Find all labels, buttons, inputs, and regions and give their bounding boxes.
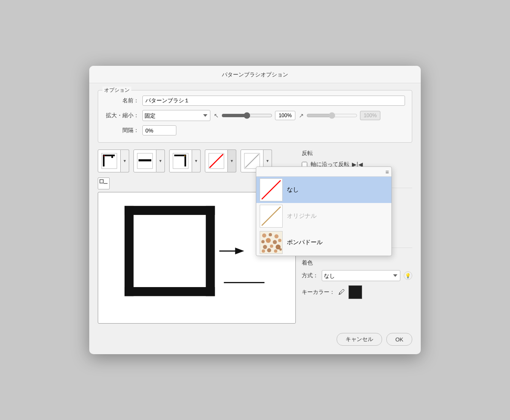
svg-rect-11 [184,155,185,156]
svg-point-20 [269,233,272,237]
slider2-value[interactable] [360,111,380,120]
tile4-icon [208,152,225,169]
scale-row: 拡大・縮小： 固定 ランダム 圧力 ↖ ↗ [105,110,405,121]
tile3-icon [172,152,189,169]
spacing-row: 間隔： [105,125,405,135]
dialog-footer: キャンセル OK [89,328,421,346]
svg-point-21 [275,234,279,239]
svg-point-30 [267,248,271,252]
info-icon[interactable]: 💡 [404,271,412,280]
svg-point-25 [278,239,281,242]
svg-rect-4 [104,155,105,156]
method-select[interactable]: なし 濃淡 色相シフト 色調 [322,270,400,281]
key-color-row: キーカラー： 🖊 [302,285,412,299]
popup-item-nashi[interactable]: なし [256,177,391,203]
pattern-brush-options-dialog: パターンブラシオプション オプション 名前： 拡大・縮小： 固定 ランダム 圧力 [89,66,421,354]
svg-point-26 [263,245,267,249]
preview-area: ▼ ▼ [98,149,296,324]
method-label: 方式： [302,272,318,279]
ok-button[interactable]: OK [386,333,412,346]
tile4-dropdown[interactable]: ▼ [228,149,236,172]
scale-slider2[interactable] [306,112,357,119]
dialog-title: パターンブラシオプション [89,66,421,83]
svg-rect-9 [184,155,186,166]
tile1-pair: ▼ [98,149,129,172]
tile4-pair: ▼ ≡ [205,149,236,172]
popup-item-pompadour[interactable]: ポンパドール [256,229,391,256]
popup-item-nashi-label: なし [287,186,299,194]
svg-rect-6 [139,159,151,161]
spacing-label: 間隔： [105,127,139,134]
slider1-value[interactable] [275,111,295,120]
svg-rect-41 [125,287,215,296]
name-input[interactable] [142,96,405,106]
tile1-button[interactable] [98,149,121,172]
popup-item-pompadour-label: ポンパドール [287,239,323,246]
popup-item-original-icon [260,205,282,228]
scale-select[interactable]: 固定 ランダム 圧力 [142,110,210,121]
svg-point-31 [274,249,278,253]
popup-item-nashi-thumb [260,178,283,201]
eyedropper-icon[interactable]: 🖊 [338,288,345,296]
popup-header: ≡ [256,167,391,177]
scale-slider1[interactable] [221,112,272,119]
tile4-dropdown-popup: ≡ なし [256,166,392,256]
svg-point-29 [262,249,265,253]
options-group-label: オプション [102,87,131,94]
coloring-method-row: 方式： なし 濃淡 色相シフト 色調 💡 [302,270,412,281]
tile2-icon [136,152,153,169]
popup-item-pompadour-thumb [260,231,283,254]
key-color-swatch[interactable] [348,285,362,299]
tile3-button[interactable] [169,149,192,172]
flip-title: 反転 [302,149,412,157]
tile1-dropdown[interactable]: ▼ [121,149,129,172]
coloring-section: 着色 方式： なし 濃淡 色相シフト 色調 💡 キーカラー： 🖊 [302,259,412,299]
svg-rect-3 [111,155,113,158]
svg-point-24 [273,240,277,244]
popup-item-pompadour-icon [260,231,282,254]
svg-rect-40 [125,206,133,296]
coloring-title: 着色 [302,259,412,267]
slider1-min-icon: ↖ [214,112,219,119]
small-tile-icon-1[interactable] [98,178,110,189]
slider2-min-icon: ↗ [299,112,304,119]
svg-rect-10 [174,155,178,156]
popup-item-original-label: オリジナル [287,212,317,220]
slider2-area: ↗ [299,111,380,120]
name-row: 名前： [105,96,405,106]
svg-rect-1 [103,155,105,166]
tile2-button[interactable] [133,149,156,172]
svg-point-32 [279,248,282,251]
tiles-section: ▼ ▼ [98,149,296,172]
slider1-area: ↖ [214,111,295,120]
popup-list-icon[interactable]: ≡ [385,169,389,175]
svg-point-27 [270,245,273,248]
tile3-dropdown[interactable]: ▼ [192,149,201,172]
svg-point-23 [266,238,271,243]
popup-item-original[interactable]: オリジナル [256,203,391,229]
spacing-input[interactable] [142,125,176,135]
cancel-button[interactable]: キャンセル [337,333,382,346]
tile1-icon [101,152,118,169]
tile2-dropdown[interactable]: ▼ [156,149,165,172]
popup-item-nashi-icon [260,178,282,201]
svg-rect-35 [100,180,103,183]
svg-point-22 [261,240,265,243]
tile3-pair: ▼ [169,149,201,172]
name-label: 名前： [105,97,139,104]
key-color-label: キーカラー： [302,288,335,296]
tile2-pair: ▼ [133,149,165,172]
svg-rect-42 [125,206,215,215]
bottom-section: ▼ ▼ [98,149,412,324]
tile4-button[interactable] [205,149,228,172]
options-group: オプション 名前： 拡大・縮小： 固定 ランダム 圧力 ↖ [98,90,412,143]
popup-item-original-thumb [260,205,283,228]
svg-point-19 [262,234,266,238]
scale-label: 拡大・縮小： [105,112,139,119]
svg-rect-43 [206,206,215,296]
